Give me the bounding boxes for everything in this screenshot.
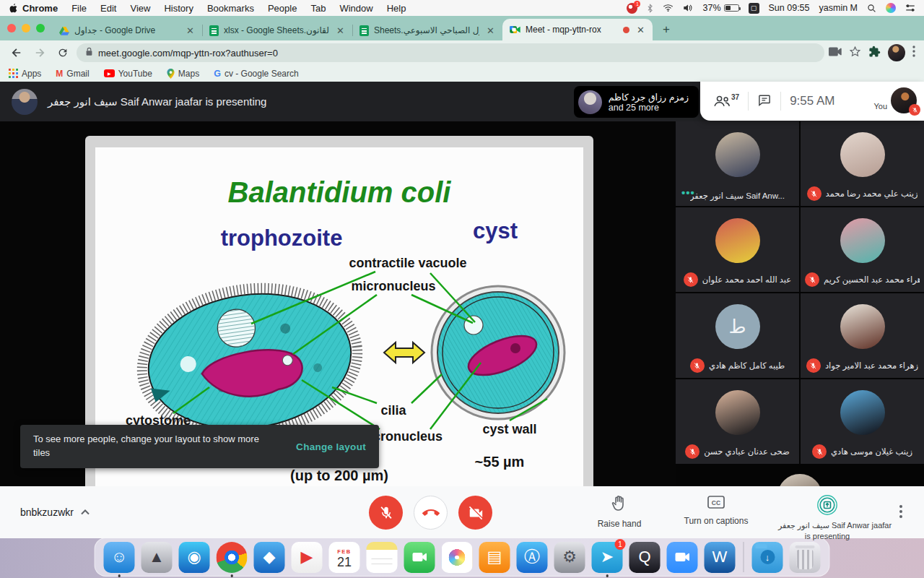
participant-tile[interactable]: سيف انور جعفر Saif Anw...••• xyxy=(676,121,799,206)
back-button[interactable] xyxy=(7,43,26,62)
tab-strip: جداول - Google Drive ✕ xlsx - Google She… xyxy=(0,16,924,40)
participant-tile[interactable]: زهراء محمد عبد الامير جواد xyxy=(801,293,924,378)
dock-facetime-icon[interactable] xyxy=(404,542,435,573)
control-center-icon[interactable] xyxy=(905,4,915,12)
dock-books-icon[interactable]: ▤ xyxy=(479,542,510,573)
menu-window[interactable]: Window xyxy=(339,3,372,14)
volume-icon[interactable] xyxy=(683,4,693,12)
participants-button[interactable]: 37 xyxy=(713,95,739,108)
participant-avatar xyxy=(840,132,885,177)
participant-tile[interactable]: ططيبه كامل كاظم هادي xyxy=(676,293,799,378)
presenting-indicator[interactable]: سيف انور جعفر Saif Anwar jaafar is prese… xyxy=(778,494,876,542)
dock-calendar-icon[interactable]: FEB21 xyxy=(329,542,360,573)
bookmark-apps[interactable]: Apps xyxy=(9,69,41,79)
tab-google-drive[interactable]: جداول - Google Drive ✕ xyxy=(52,20,202,40)
dock-chrome-icon[interactable] xyxy=(217,542,248,573)
bluetooth-icon[interactable] xyxy=(647,4,653,13)
menubar-user[interactable]: yasmin M xyxy=(819,3,858,13)
dock-photos-icon[interactable] xyxy=(442,542,473,573)
dock-finder-icon[interactable]: ☺ xyxy=(104,542,135,573)
wifi-icon[interactable] xyxy=(663,4,674,12)
bookmark-star-icon[interactable] xyxy=(849,46,861,61)
dock-safari-icon[interactable]: ◉ xyxy=(179,542,210,573)
layout-toast: To see more people, change your layout t… xyxy=(20,425,379,468)
participant-tile[interactable]: زينب غيلان موسى هادي xyxy=(801,379,924,464)
you-avatar[interactable] xyxy=(891,87,917,113)
dock-appstore-icon[interactable]: Ⓐ xyxy=(517,542,548,573)
window-zoom-button[interactable] xyxy=(36,24,45,33)
dock-trash-icon[interactable] xyxy=(790,542,821,573)
tab-meet-active[interactable]: Meet - mqp-yttn-rox ✕ xyxy=(502,19,653,40)
meeting-code[interactable]: bnbkzuzwkr xyxy=(20,486,90,538)
status-app-icon[interactable]: ▢ xyxy=(749,3,759,14)
bookmark-cv-search[interactable]: G cv - Google Search xyxy=(214,69,298,79)
participant-tile[interactable] xyxy=(738,465,862,486)
participant-tile[interactable]: ضحى عدنان عبادي حسن xyxy=(676,379,799,464)
dock-zoom-icon[interactable] xyxy=(667,542,698,573)
menu-tab[interactable]: Tab xyxy=(310,3,326,14)
notification-app-icon[interactable]: 1 xyxy=(627,3,637,14)
participant-tile[interactable]: زينب علي محمد رضا محمد xyxy=(801,121,924,206)
new-tab-button[interactable]: + xyxy=(657,20,676,39)
menu-view[interactable]: View xyxy=(130,3,150,14)
menu-history[interactable]: History xyxy=(164,3,193,14)
participant-avatar xyxy=(777,474,822,486)
bookmark-gmail[interactable]: M Gmail xyxy=(56,69,89,79)
svg-text:(up to 200 µm): (up to 200 µm) xyxy=(290,467,388,483)
battery-indicator[interactable]: 37% xyxy=(702,3,738,13)
presenting-banner-text: سيف انور جعفر Saif Anwar jaafar is prese… xyxy=(48,95,266,108)
menubar-clock[interactable]: Sun 09:55 xyxy=(769,3,810,13)
close-tab-icon[interactable]: ✕ xyxy=(635,25,647,35)
menu-file[interactable]: File xyxy=(71,3,87,14)
captions-button[interactable]: CC Turn on captions xyxy=(676,494,757,526)
camera-off-button[interactable] xyxy=(458,496,492,530)
siri-icon[interactable] xyxy=(886,3,896,13)
dock-launchpad-icon[interactable]: ▲ xyxy=(141,542,173,573)
spotlight-search-icon[interactable] xyxy=(867,4,876,13)
dock-word-icon[interactable]: W xyxy=(705,542,736,573)
window-close-button[interactable] xyxy=(7,24,16,33)
menu-people[interactable]: People xyxy=(268,3,297,14)
bookmark-label: cv - Google Search xyxy=(225,69,299,79)
menu-chrome[interactable]: Chrome xyxy=(22,3,58,14)
mic-off-button[interactable] xyxy=(369,496,403,530)
dock-settings-icon[interactable]: ⚙ xyxy=(554,542,585,573)
bookmark-youtube[interactable]: ▶ YouTube xyxy=(104,69,152,79)
close-tab-icon[interactable]: ✕ xyxy=(334,25,346,36)
hang-up-button[interactable] xyxy=(414,496,448,530)
menu-bookmarks[interactable]: Bookmarks xyxy=(207,3,254,14)
tab-sheets-1[interactable]: xlsx - Google Sheets.القانون ✕ xyxy=(202,20,352,40)
tab-sheets-2[interactable]: Sheets.الجدول الصباحي الاسبوعي ✕ xyxy=(352,20,502,40)
dock-notes-icon[interactable] xyxy=(367,542,398,573)
window-minimize-button[interactable] xyxy=(22,24,30,33)
raise-hand-button[interactable]: Raise hand xyxy=(589,494,650,529)
participant-name: ضحى عدنان عبادي حسن xyxy=(704,447,790,457)
dock-potplayer-icon[interactable]: ▶ xyxy=(292,542,323,573)
participant-tile[interactable]: عبد الله احمد محمد علوان xyxy=(676,207,799,292)
dock-vscode-icon[interactable]: ◆ xyxy=(254,542,285,573)
bookmark-maps[interactable]: Maps xyxy=(167,69,199,79)
dock-quicktime-icon[interactable]: Q xyxy=(629,542,661,573)
url-text: meet.google.com/mqp-yttn-rox?authuser=0 xyxy=(98,48,278,59)
forward-button[interactable] xyxy=(30,43,49,62)
change-layout-button[interactable]: Change layout xyxy=(296,441,366,452)
participant-tile[interactable]: زهراء محمد عبد الحسين كريم xyxy=(801,207,924,292)
close-tab-icon[interactable]: ✕ xyxy=(484,25,497,36)
chevron-up-icon xyxy=(81,509,90,515)
dock-telegram-icon[interactable]: ➤1 xyxy=(592,542,623,573)
extension-puzzle-icon[interactable] xyxy=(868,46,881,61)
menu-help[interactable]: Help xyxy=(387,3,406,14)
browser-menu-icon[interactable] xyxy=(912,46,915,60)
apple-menu-icon[interactable] xyxy=(9,3,18,14)
menu-edit[interactable]: Edit xyxy=(100,3,116,14)
profile-avatar[interactable] xyxy=(888,44,905,61)
url-bar[interactable]: meet.google.com/mqp-yttn-rox?authuser=0 xyxy=(77,43,824,62)
chat-button[interactable] xyxy=(757,93,772,110)
close-tab-icon[interactable]: ✕ xyxy=(184,25,196,36)
participant-pip[interactable]: زمزم رزاق جرد كاظم and 25 more xyxy=(574,86,699,118)
camera-in-use-icon[interactable] xyxy=(829,46,842,59)
toolbar-right xyxy=(829,44,917,61)
dock-downloads-icon[interactable]: ↓ xyxy=(752,542,783,573)
more-options-icon[interactable] xyxy=(899,505,902,518)
reload-button[interactable] xyxy=(53,43,72,62)
